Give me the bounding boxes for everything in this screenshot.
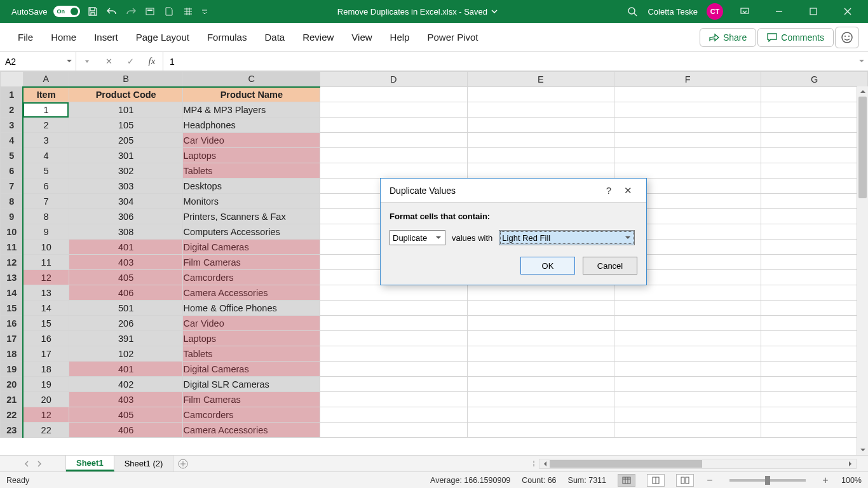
format-select[interactable]: Light Red Fill xyxy=(499,230,635,245)
duplicate-select[interactable]: Duplicate xyxy=(390,230,445,245)
cell[interactable]: Headphones xyxy=(183,118,320,133)
cell[interactable] xyxy=(467,362,614,377)
cell[interactable]: 13 xyxy=(23,285,69,301)
tab-help[interactable]: Help xyxy=(381,25,419,49)
ok-button[interactable]: OK xyxy=(520,257,575,274)
vertical-scrollbar[interactable] xyxy=(857,86,868,455)
dialog-close-button[interactable]: ✕ xyxy=(618,185,637,196)
cell[interactable]: 5 xyxy=(23,163,69,179)
cell[interactable]: 391 xyxy=(69,331,183,346)
cell[interactable]: 12 xyxy=(23,407,69,423)
cell[interactable]: 105 xyxy=(69,118,183,133)
cell[interactable]: Computers Accessories xyxy=(183,224,320,240)
cell[interactable]: Home & Office Phones xyxy=(183,301,320,316)
cell[interactable]: Monitors xyxy=(183,194,320,209)
cell[interactable] xyxy=(761,362,868,377)
close-icon[interactable] xyxy=(835,2,860,21)
cell[interactable]: Car Video xyxy=(183,133,320,148)
cell[interactable] xyxy=(761,179,868,194)
header-cell[interactable]: Product Code xyxy=(69,87,183,102)
cell[interactable]: 303 xyxy=(69,179,183,194)
cell[interactable]: Laptops xyxy=(183,148,320,163)
cell[interactable] xyxy=(614,331,761,346)
tab-formulas[interactable]: Formulas xyxy=(198,25,256,49)
cell[interactable]: 2 xyxy=(23,118,69,133)
cell[interactable]: 15 xyxy=(23,316,69,331)
tab-page-layout[interactable]: Page Layout xyxy=(127,25,198,49)
cell[interactable] xyxy=(467,163,614,179)
comments-button[interactable]: Comments xyxy=(757,28,834,47)
cell[interactable] xyxy=(761,224,868,240)
hscroll-thumb[interactable] xyxy=(550,460,702,468)
view-page-layout-icon[interactable] xyxy=(647,474,665,487)
cell[interactable] xyxy=(761,392,868,407)
cell[interactable] xyxy=(467,316,614,331)
cell[interactable]: Tablets xyxy=(183,346,320,362)
qat-icon-1[interactable] xyxy=(144,5,156,18)
column-header[interactable]: B xyxy=(69,72,183,87)
cell[interactable]: 12 xyxy=(23,270,69,285)
cell[interactable] xyxy=(320,407,467,423)
cell[interactable]: 8 xyxy=(23,209,69,224)
cell[interactable] xyxy=(320,285,467,301)
tab-file[interactable]: File xyxy=(9,25,42,49)
cell[interactable] xyxy=(761,240,868,255)
cell[interactable]: 501 xyxy=(69,301,183,316)
cell[interactable]: 205 xyxy=(69,133,183,148)
column-header[interactable]: A xyxy=(23,72,69,87)
cell[interactable]: 401 xyxy=(69,240,183,255)
row-header[interactable]: 16 xyxy=(1,316,24,331)
cell[interactable] xyxy=(614,316,761,331)
user-name[interactable]: Coletta Teske xyxy=(648,7,698,17)
cell[interactable] xyxy=(761,270,868,285)
cell[interactable] xyxy=(467,118,614,133)
cell[interactable] xyxy=(614,285,761,301)
column-header[interactable]: C xyxy=(183,72,320,87)
row-header[interactable]: 12 xyxy=(1,255,24,270)
row-header[interactable]: 10 xyxy=(1,224,24,240)
cell[interactable] xyxy=(467,87,614,102)
add-sheet-button[interactable] xyxy=(173,456,193,471)
scroll-thumb[interactable] xyxy=(858,97,867,198)
cell[interactable] xyxy=(761,255,868,270)
cell[interactable]: 405 xyxy=(69,270,183,285)
zoom-slider[interactable] xyxy=(729,479,806,482)
scroll-left-icon[interactable] xyxy=(539,459,548,468)
cell[interactable] xyxy=(467,148,614,163)
cell[interactable] xyxy=(467,133,614,148)
row-header[interactable]: 18 xyxy=(1,346,24,362)
row-header[interactable]: 21 xyxy=(1,392,24,407)
row-header[interactable]: 6 xyxy=(1,163,24,179)
cell[interactable]: 206 xyxy=(69,316,183,331)
cancel-button[interactable]: Cancel xyxy=(583,257,637,274)
tab-home[interactable]: Home xyxy=(42,25,85,49)
cell[interactable] xyxy=(320,392,467,407)
column-header[interactable]: D xyxy=(320,72,467,87)
column-header[interactable]: G xyxy=(761,72,868,87)
row-header[interactable]: 19 xyxy=(1,362,24,377)
row-header[interactable]: 22 xyxy=(1,407,24,423)
cell[interactable] xyxy=(761,118,868,133)
cell[interactable]: 301 xyxy=(69,148,183,163)
row-header[interactable]: 14 xyxy=(1,285,24,301)
row-header[interactable]: 23 xyxy=(1,423,24,438)
cell[interactable]: 406 xyxy=(69,285,183,301)
cell[interactable] xyxy=(467,377,614,392)
cell[interactable]: Car Video xyxy=(183,316,320,331)
cell[interactable]: 302 xyxy=(69,163,183,179)
cell[interactable]: Laptops xyxy=(183,331,320,346)
zoom-out-button[interactable]: − xyxy=(705,475,714,486)
cell[interactable]: Camera Accessories xyxy=(183,285,320,301)
cell[interactable] xyxy=(467,331,614,346)
cell[interactable]: 19 xyxy=(23,377,69,392)
cell[interactable]: 11 xyxy=(23,255,69,270)
cell[interactable] xyxy=(320,118,467,133)
cell[interactable] xyxy=(614,407,761,423)
cell[interactable]: 10 xyxy=(23,240,69,255)
cell[interactable]: Printers, Scanners & Fax xyxy=(183,209,320,224)
feedback-icon[interactable] xyxy=(835,27,859,48)
cell[interactable] xyxy=(761,285,868,301)
column-header[interactable]: E xyxy=(467,72,614,87)
cell[interactable] xyxy=(320,362,467,377)
cell[interactable]: 18 xyxy=(23,362,69,377)
